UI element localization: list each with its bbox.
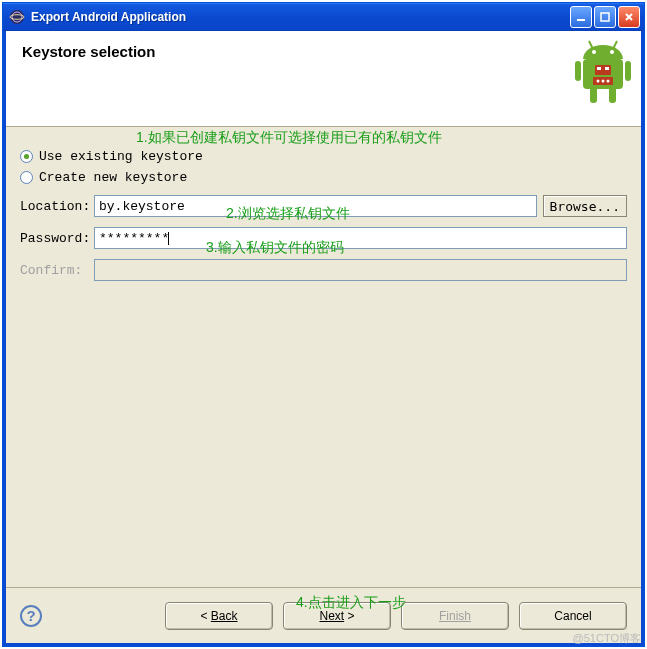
confirm-label: Confirm: xyxy=(20,263,94,278)
svg-rect-16 xyxy=(597,67,601,70)
footer: ? 4.点击进入下一步 < Back Next > Finish Cancel xyxy=(6,587,641,643)
location-value: by.keystore xyxy=(99,199,185,214)
password-row: Password: ********* xyxy=(20,227,627,249)
next-label: Next xyxy=(319,609,344,623)
close-button[interactable] xyxy=(618,6,640,28)
cancel-label: Cancel xyxy=(554,609,591,623)
help-button[interactable]: ? xyxy=(20,605,42,627)
window-title: Export Android Application xyxy=(31,10,186,24)
back-label: Back xyxy=(211,609,238,623)
svg-rect-7 xyxy=(625,61,631,81)
chevron-left-icon: < xyxy=(200,609,207,623)
svg-rect-4 xyxy=(601,13,609,21)
svg-point-19 xyxy=(602,80,605,83)
password-input[interactable]: ********* xyxy=(94,227,627,249)
radio-icon xyxy=(20,171,33,184)
svg-rect-8 xyxy=(590,87,597,103)
svg-rect-9 xyxy=(609,87,616,103)
window-controls xyxy=(570,6,640,28)
svg-point-12 xyxy=(592,50,596,54)
browse-label: Browse... xyxy=(550,199,620,214)
svg-point-13 xyxy=(610,50,614,54)
chevron-right-icon: > xyxy=(348,609,355,623)
minimize-button[interactable] xyxy=(570,6,592,28)
finish-button: Finish xyxy=(401,602,509,630)
dialog-window: Export Android Application Keystore sele… xyxy=(2,2,645,647)
confirm-input xyxy=(94,259,627,281)
svg-rect-6 xyxy=(575,61,581,81)
content-area: 1.如果已创建私钥文件可选择使用已有的私钥文件 Use existing key… xyxy=(6,127,641,587)
radio-icon xyxy=(20,150,33,163)
cancel-button[interactable]: Cancel xyxy=(519,602,627,630)
location-label: Location: xyxy=(20,199,94,214)
password-label: Password: xyxy=(20,231,94,246)
next-button[interactable]: Next > xyxy=(283,602,391,630)
text-cursor xyxy=(168,232,169,245)
svg-rect-3 xyxy=(577,19,585,21)
android-icon xyxy=(575,39,631,110)
radio-label: Create new keystore xyxy=(39,170,187,185)
page-title: Keystore selection xyxy=(22,43,625,60)
svg-point-20 xyxy=(607,80,610,83)
svg-point-18 xyxy=(597,80,600,83)
location-row: Location: by.keystore Browse... xyxy=(20,195,627,217)
back-button[interactable]: < Back xyxy=(165,602,273,630)
eclipse-icon xyxy=(9,9,25,25)
radio-create-new[interactable]: Create new keystore xyxy=(20,170,627,185)
radio-use-existing[interactable]: Use existing keystore xyxy=(20,149,627,164)
window-body: Keystore selection xyxy=(3,31,644,646)
maximize-button[interactable] xyxy=(594,6,616,28)
password-value: ********* xyxy=(99,231,169,246)
annotation-1: 1.如果已创建私钥文件可选择使用已有的私钥文件 xyxy=(136,129,442,147)
svg-rect-17 xyxy=(605,67,609,70)
title-bar: Export Android Application xyxy=(3,3,644,31)
radio-label: Use existing keystore xyxy=(39,149,203,164)
banner: Keystore selection xyxy=(6,31,641,127)
location-input[interactable]: by.keystore xyxy=(94,195,537,217)
finish-label: Finish xyxy=(439,609,471,623)
browse-button[interactable]: Browse... xyxy=(543,195,627,217)
confirm-row: Confirm: xyxy=(20,259,627,281)
watermark: @51CTO博客 xyxy=(573,631,641,646)
help-icon-glyph: ? xyxy=(26,607,35,624)
